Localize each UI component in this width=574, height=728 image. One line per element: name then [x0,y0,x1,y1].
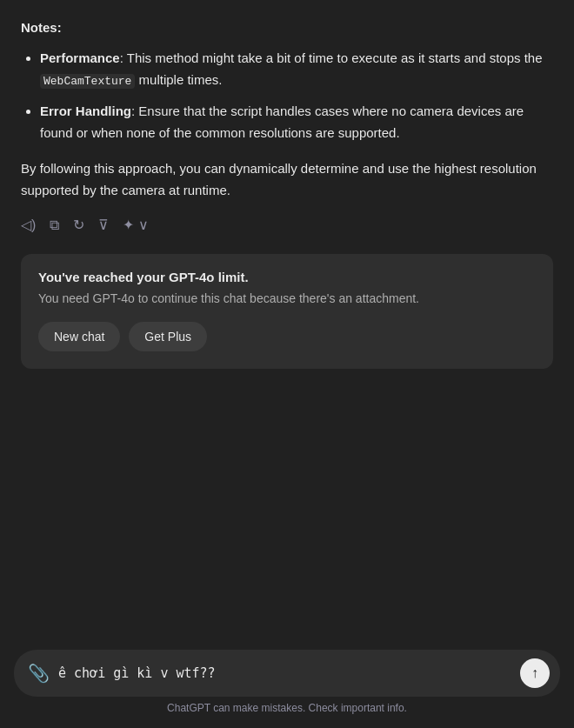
get-plus-button[interactable]: Get Plus [129,322,207,351]
limit-buttons: New chat Get Plus [38,322,536,351]
attach-icon[interactable]: 📎 [28,663,50,684]
notes-title: Notes: [21,17,553,39]
sparkle-chevron-icon[interactable]: ✦ ∨ [123,217,148,233]
limit-title: You've reached your GPT-4o limit. [38,270,536,284]
notes-section: Notes: Performance: This method might ta… [21,17,553,201]
send-arrow-icon: ↑ [531,666,538,680]
speaker-icon[interactable]: ◁) [21,217,36,233]
list-item: Performance: This method might take a bi… [40,48,553,91]
note-label-performance: Performance [40,50,120,65]
input-area: 📎 ↑ ChatGPT can make mistakes. Check imp… [0,641,574,728]
note-label-error: Error Handling [40,104,131,118]
new-chat-button[interactable]: New chat [38,322,120,351]
closing-paragraph: By following this approach, you can dyna… [21,158,553,202]
refresh-icon[interactable]: ↻ [73,217,84,233]
list-item: Error Handling: Ensure that the script h… [40,101,553,144]
note-suffix-performance: multiple times. [135,72,222,87]
chat-input[interactable] [58,665,511,683]
copy-icon[interactable]: ⧉ [50,217,59,233]
input-row: 📎 ↑ [14,650,560,697]
note-text-performance: : This method might take a bit of time t… [120,50,543,65]
thumbdown-icon[interactable]: ⊽ [98,217,109,233]
limit-banner: You've reached your GPT-4o limit. You ne… [21,254,553,369]
notes-list: Performance: This method might take a bi… [21,48,553,144]
disclaimer: ChatGPT can make mistakes. Check importa… [14,697,560,723]
action-icons-bar: ◁) ⧉ ↻ ⊽ ✦ ∨ [21,217,553,233]
limit-description: You need GPT-4o to continue this chat be… [38,290,536,308]
code-webcamtexture: WebCamTexture [40,74,135,89]
send-button[interactable]: ↑ [520,658,550,688]
main-content: Notes: Performance: This method might ta… [0,0,574,641]
